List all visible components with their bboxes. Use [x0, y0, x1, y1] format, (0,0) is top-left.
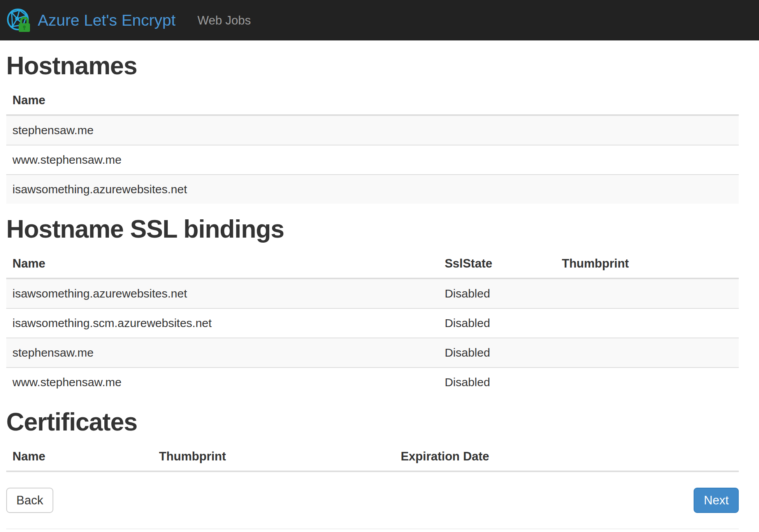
table-row: isawsomething.scm.azurewebsites.net Disa…: [6, 308, 739, 338]
thumbprint-cell: [555, 338, 739, 368]
column-header-expiration-date: Expiration Date: [394, 443, 739, 471]
bottom-divider: [6, 528, 739, 529]
sslstate-cell: Disabled: [438, 368, 555, 397]
ssl-bindings-heading: Hostname SSL bindings: [6, 215, 739, 243]
table-row: stephensaw.me: [6, 115, 739, 145]
hostname-cell: isawsomething.azurewebsites.net: [6, 175, 739, 204]
table-header-row: Name: [6, 86, 739, 115]
hostname-cell: www.stephensaw.me: [6, 145, 739, 175]
column-header-thumbprint: Thumbprint: [555, 250, 739, 278]
table-row: isawsomething.azurewebsites.net Disabled: [6, 278, 739, 308]
certificates-heading: Certificates: [6, 408, 739, 436]
thumbprint-cell: [555, 368, 739, 397]
hostname-cell: stephensaw.me: [6, 115, 739, 145]
main-content: Hostnames Name stephensaw.me www.stephen…: [0, 52, 759, 529]
column-header-sslstate: SslState: [438, 250, 555, 278]
nav-item-web-jobs[interactable]: Web Jobs: [197, 14, 251, 26]
column-header-thumbprint: Thumbprint: [153, 443, 394, 471]
back-button[interactable]: Back: [6, 488, 53, 513]
brand-link[interactable]: Azure Let's Encrypt: [6, 8, 176, 33]
column-header-name: Name: [6, 443, 153, 471]
hostname-cell: isawsomething.scm.azurewebsites.net: [6, 308, 438, 338]
brand-title: Azure Let's Encrypt: [38, 12, 176, 28]
sslstate-cell: Disabled: [438, 278, 555, 308]
table-header-row: Name Thumbprint Expiration Date: [6, 443, 739, 471]
certificates-table: Name Thumbprint Expiration Date: [6, 443, 739, 472]
ssl-bindings-table: Name SslState Thumbprint isawsomething.a…: [6, 250, 739, 397]
table-row: stephensaw.me Disabled: [6, 338, 739, 368]
table-row: www.stephensaw.me: [6, 145, 739, 175]
thumbprint-cell: [555, 278, 739, 308]
sslstate-cell: Disabled: [438, 338, 555, 368]
thumbprint-cell: [555, 308, 739, 338]
hostnames-table: Name stephensaw.me www.stephensaw.me isa…: [6, 86, 739, 204]
column-header-name: Name: [6, 86, 739, 115]
table-header-row: Name SslState Thumbprint: [6, 250, 739, 278]
wizard-footer: Back Next: [6, 488, 739, 513]
hostname-cell: isawsomething.azurewebsites.net: [6, 278, 438, 308]
hostnames-heading: Hostnames: [6, 52, 739, 79]
sslstate-cell: Disabled: [438, 308, 555, 338]
table-row: www.stephensaw.me Disabled: [6, 368, 739, 397]
globe-lock-logo-icon: [6, 8, 31, 33]
hostname-cell: www.stephensaw.me: [6, 368, 438, 397]
hostname-cell: stephensaw.me: [6, 338, 438, 368]
column-header-name: Name: [6, 250, 438, 278]
top-navbar: Azure Let's Encrypt Web Jobs: [0, 0, 759, 40]
next-button[interactable]: Next: [694, 488, 739, 513]
table-row: isawsomething.azurewebsites.net: [6, 175, 739, 204]
